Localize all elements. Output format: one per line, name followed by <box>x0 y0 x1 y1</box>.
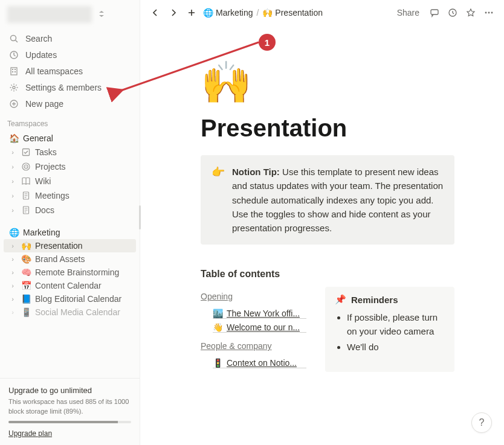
toc-section-people[interactable]: People & company <box>201 341 272 351</box>
svg-point-0 <box>11 36 16 41</box>
upgrade-plan-link[interactable]: Upgrade plan <box>8 429 131 438</box>
chevron-right-icon[interactable]: › <box>8 309 17 316</box>
sidebar-item-label: Meetings <box>35 191 69 200</box>
updates-button[interactable]: Updates <box>4 47 136 63</box>
reminders-heading: Reminders <box>351 295 398 305</box>
all-teamspaces-button[interactable]: All teamspaces <box>4 63 136 79</box>
upgrade-panel: Upgrade to go unlimited This workspace h… <box>0 378 140 445</box>
sidebar-item-brand-assets[interactable]: › 🎨 Brand Assets <box>4 252 136 266</box>
breadcrumb-current-label: Presentation <box>275 8 323 18</box>
check-page-icon <box>21 147 31 158</box>
share-button[interactable]: Share <box>393 7 423 19</box>
sidebar-item-label: Wiki <box>35 176 51 186</box>
page-emoji[interactable]: 🙌 <box>201 62 454 103</box>
updates-label: Updates <box>25 50 57 60</box>
new-page-button[interactable]: New page <box>4 96 136 112</box>
chevron-right-icon[interactable]: › <box>8 282 17 289</box>
sidebar-item-content-calendar[interactable]: › 📅 Content Calendar <box>4 279 136 292</box>
svg-rect-7 <box>15 71 16 72</box>
search-icon <box>8 33 19 44</box>
new-tab-button[interactable] <box>185 6 198 19</box>
toc-link-text: The New York offi... <box>227 309 300 318</box>
chevron-right-icon[interactable]: › <box>8 269 17 276</box>
chevron-right-icon[interactable]: › <box>8 192 17 199</box>
sidebar-item-tasks[interactable]: › Tasks <box>4 145 136 159</box>
sidebar-item-label: Remote Brainstorming <box>35 267 119 277</box>
globe-icon: 🌐 <box>8 228 19 237</box>
workspace-switcher[interactable] <box>0 0 140 29</box>
chevron-right-icon[interactable]: › <box>8 295 17 303</box>
breadcrumb-parent[interactable]: 🌐 Marketing <box>203 8 253 18</box>
nav-forward-button[interactable] <box>167 6 180 19</box>
settings-members-button[interactable]: Settings & members <box>4 80 136 95</box>
doc-icon <box>21 205 31 216</box>
teamspace-marketing[interactable]: 🌐 Marketing <box>4 226 136 239</box>
search-button[interactable]: Search <box>4 31 136 46</box>
sidebar-item-meetings[interactable]: › Meetings <box>4 188 136 203</box>
svg-point-25 <box>488 12 490 14</box>
sidebar-item-label: Tasks <box>35 147 57 157</box>
help-button[interactable]: ? <box>471 412 492 433</box>
sidebar-item-docs[interactable]: › Docs <box>4 203 136 217</box>
house-icon: 🏠 <box>8 133 19 143</box>
new-page-label: New page <box>25 99 63 109</box>
nav-back-button[interactable] <box>149 6 162 19</box>
expand-collapse-icon[interactable] <box>97 9 106 21</box>
chevron-right-icon[interactable]: › <box>8 178 17 185</box>
more-icon[interactable] <box>482 6 496 19</box>
reminder-item[interactable]: We'll do <box>347 341 445 354</box>
sidebar-item-presentation[interactable]: › 🙌 Presentation <box>4 239 136 252</box>
upgrade-title: Upgrade to go unlimited <box>8 386 131 395</box>
svg-point-13 <box>25 166 27 167</box>
reminders-block[interactable]: 📌 Reminders If possible, please turn on … <box>325 287 454 372</box>
svg-point-8 <box>13 86 15 89</box>
teamspace-general[interactable]: 🏠 General <box>4 132 136 145</box>
sidebar-item-remote-brainstorming[interactable]: › 🧠 Remote Brainstorming <box>4 266 136 279</box>
gear-icon <box>8 82 19 93</box>
plus-circle-icon <box>8 98 19 109</box>
sidebar-item-label: Brand Assets <box>35 254 85 264</box>
svg-line-1 <box>16 40 18 43</box>
target-icon <box>21 161 31 172</box>
history-icon[interactable] <box>446 6 459 19</box>
svg-point-24 <box>485 12 487 14</box>
calendar-icon: 📅 <box>21 281 31 290</box>
settings-members-label: Settings & members <box>25 83 102 92</box>
storage-progress <box>8 421 131 423</box>
page-title[interactable]: Presentation <box>201 115 454 142</box>
comments-icon[interactable] <box>428 6 441 19</box>
callout-block[interactable]: 👉 Notion Tip: Use this template to prese… <box>201 155 454 245</box>
globe-icon: 🌐 <box>203 8 213 18</box>
chevron-right-icon[interactable]: › <box>8 163 17 170</box>
teamspaces-label: Teamspaces <box>0 114 140 130</box>
chevron-right-icon[interactable]: › <box>8 255 17 263</box>
palette-icon: 🎨 <box>21 254 31 264</box>
clock-icon <box>8 50 19 60</box>
toc-link-text: Context on Notio... <box>227 358 297 368</box>
callout-text[interactable]: Notion Tip: Use this template to present… <box>232 165 444 235</box>
toc-column: Opening 🏙️ The New York offi... 👋 Welcom… <box>201 287 311 372</box>
chevron-right-icon[interactable]: › <box>8 206 17 214</box>
raised-hands-icon: 🙌 <box>21 241 31 251</box>
sidebar-item-social-calendar[interactable]: › 📱 Social Media Calendar <box>4 306 136 319</box>
sidebar-item-blog-calendar[interactable]: › 📘 Blog Editorial Calendar <box>4 292 136 306</box>
chevron-right-icon[interactable]: › <box>8 149 17 156</box>
upgrade-description: This workspace has used 885 of its 1000 … <box>8 397 131 416</box>
toc-section-opening[interactable]: Opening <box>201 292 233 301</box>
toc-link[interactable]: 🏙️ The New York offi... <box>213 309 306 319</box>
reminder-item[interactable]: If possible, please turn on your video c… <box>347 311 445 338</box>
help-label: ? <box>479 417 485 428</box>
sidebar-item-wiki[interactable]: › Wiki <box>4 174 136 188</box>
brain-icon: 🧠 <box>21 267 31 277</box>
teamspace-general-label: General <box>23 133 53 143</box>
favorite-icon[interactable] <box>464 6 477 19</box>
toc-link[interactable]: 🚦 Context on Notio... <box>213 358 306 368</box>
chevron-right-icon[interactable]: › <box>8 242 17 249</box>
pin-icon: 📌 <box>335 294 346 305</box>
svg-rect-5 <box>15 69 16 70</box>
sidebar-item-projects[interactable]: › Projects <box>4 159 136 174</box>
search-label: Search <box>25 34 52 43</box>
toc-link[interactable]: 👋 Welcome to our n... <box>213 322 306 333</box>
breadcrumb-current[interactable]: 🙌 Presentation <box>262 8 323 18</box>
svg-rect-6 <box>12 71 13 72</box>
